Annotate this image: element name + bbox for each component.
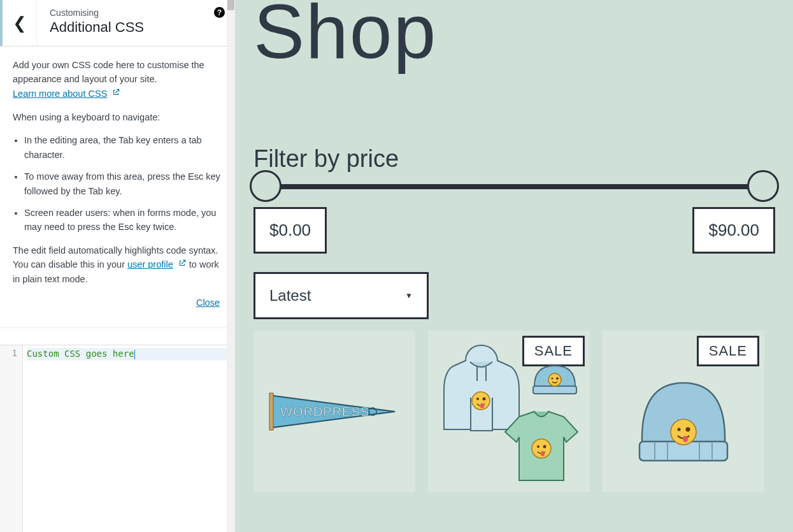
css-editor: 1 Custom CSS goes here [0, 345, 235, 532]
tip-item: In the editing area, the Tab key enters … [24, 133, 222, 162]
product-card-collection[interactable]: SALE [428, 331, 590, 492]
caret-down-icon: ▼ [405, 291, 413, 300]
panel-title: Additional CSS [50, 19, 222, 36]
svg-point-17 [541, 451, 545, 456]
product-grid: WORDPRESS SALE [254, 331, 775, 492]
learn-css-link[interactable]: Learn more about CSS [13, 89, 107, 99]
svg-point-15 [537, 445, 539, 448]
preview-pane: Shop Filter by price $0.00 $90.00 Latest… [236, 0, 793, 532]
svg-point-13 [556, 377, 559, 380]
slider-handle-max[interactable] [747, 170, 779, 202]
user-profile-link[interactable]: user profile [127, 259, 173, 270]
svg-point-16 [543, 445, 547, 449]
customizer-sidebar: ❮ Customising Additional CSS ? Add your … [0, 0, 236, 532]
help-icon[interactable]: ? [214, 7, 225, 18]
svg-point-7 [476, 398, 479, 400]
svg-point-9 [480, 403, 484, 408]
line-gutter: 1 [0, 345, 23, 532]
syntax-text: The edit field automatically highlights … [13, 245, 218, 270]
code-editor-area[interactable]: Custom CSS goes here [23, 345, 235, 532]
svg-rect-10 [533, 386, 576, 394]
beanie-image [629, 371, 738, 470]
price-min-box: $0.00 [254, 207, 327, 254]
close-link[interactable]: Close [196, 298, 220, 308]
svg-point-11 [548, 373, 561, 386]
panel-title-wrap: Customising Additional CSS ? [37, 0, 235, 46]
tips-list: In the editing area, the Tab key enters … [13, 133, 222, 234]
slider-handle-min[interactable] [250, 170, 282, 202]
svg-point-26 [683, 436, 688, 442]
keyboard-intro: When using a keyboard to navigate: [13, 110, 222, 124]
svg-point-24 [678, 428, 681, 431]
price-slider: $0.00 $90.00 [254, 184, 775, 189]
intro-text: Add your own CSS code here to customise … [13, 60, 204, 84]
product-card-beanie[interactable]: SALE [603, 331, 764, 492]
svg-point-8 [483, 398, 486, 401]
collection-image [432, 335, 585, 488]
page-title: Shop [254, 0, 775, 75]
svg-text:WORDPRESS: WORDPRESS [280, 405, 369, 419]
back-button[interactable]: ❮ [0, 0, 37, 46]
filter-title: Filter by price [254, 145, 775, 173]
svg-point-25 [686, 427, 690, 431]
sort-select[interactable]: Latest ▼ [254, 272, 429, 319]
product-card-pennant[interactable]: WORDPRESS [254, 331, 415, 492]
text-cursor [134, 350, 135, 359]
tip-item: To move away from this area, press the E… [24, 169, 222, 198]
panel-header: ❮ Customising Additional CSS ? [0, 0, 235, 47]
slider-track[interactable] [265, 184, 764, 189]
panel-subtitle: Customising [50, 8, 222, 18]
chevron-left-icon: ❮ [13, 13, 27, 33]
svg-rect-1 [269, 393, 273, 430]
pennant-image: WORDPRESS [268, 389, 401, 434]
sort-selected-label: Latest [269, 287, 311, 305]
external-link-icon [111, 87, 120, 101]
code-content: Custom CSS goes here [27, 349, 134, 359]
scrollbar[interactable] [227, 0, 235, 532]
line-number: 1 [0, 348, 17, 358]
external-link-icon [178, 258, 187, 272]
sale-badge: SALE [697, 336, 759, 366]
scrollbar-thumb[interactable] [227, 0, 234, 10]
svg-point-12 [552, 378, 554, 380]
panel-body: Add your own CSS code here to customise … [0, 47, 235, 328]
tip-item: Screen reader users: when in forms mode,… [24, 206, 222, 234]
price-max-box: $90.00 [692, 207, 775, 254]
